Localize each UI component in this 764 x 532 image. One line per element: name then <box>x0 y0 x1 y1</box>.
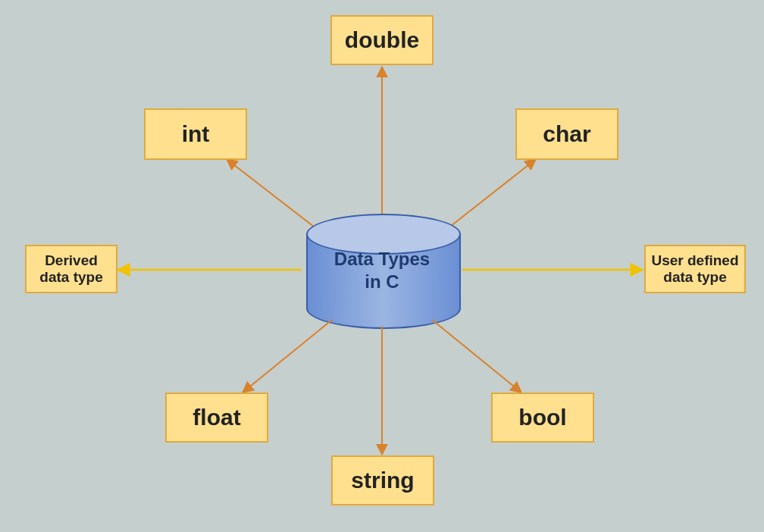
node-string: string <box>331 455 434 505</box>
node-double: double <box>330 15 434 65</box>
node-int-label: int <box>182 121 210 148</box>
node-float: float <box>165 393 268 443</box>
node-bool: bool <box>491 393 594 443</box>
node-double-label: double <box>345 27 419 54</box>
center-label: Data Types in C <box>306 248 458 293</box>
node-bool-label: bool <box>518 405 566 431</box>
node-derived: Derived data type <box>25 245 117 293</box>
node-char-label: char <box>543 121 590 148</box>
node-int: int <box>144 108 247 160</box>
svg-line-5 <box>243 320 332 393</box>
node-user-defined-label: User defined data type <box>651 252 738 286</box>
node-float-label: float <box>193 405 240 431</box>
svg-line-6 <box>432 320 521 393</box>
node-derived-label: Derived data type <box>39 252 102 286</box>
node-user-defined: User defined data type <box>644 245 746 293</box>
node-string-label: string <box>351 468 414 494</box>
node-char: char <box>515 108 618 160</box>
